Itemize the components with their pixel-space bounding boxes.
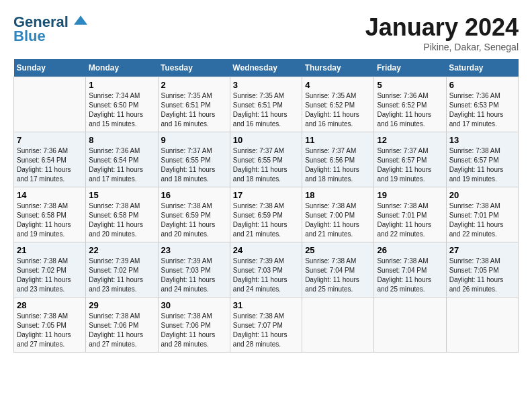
calendar-cell: 13Sunrise: 7:38 AMSunset: 6:57 PMDayligh…	[446, 132, 518, 187]
day-number: 9	[161, 135, 227, 145]
cell-info: Sunrise: 7:38 AMSunset: 7:05 PMDaylight:…	[17, 312, 83, 349]
cell-info: Sunrise: 7:39 AMSunset: 7:02 PMDaylight:…	[89, 257, 154, 294]
column-header-saturday: Saturday	[446, 59, 518, 77]
cell-info: Sunrise: 7:38 AMSunset: 7:04 PMDaylight:…	[305, 257, 371, 294]
svg-marker-0	[74, 15, 87, 24]
calendar-cell: 30Sunrise: 7:38 AMSunset: 7:06 PMDayligh…	[158, 298, 230, 353]
cell-info: Sunrise: 7:38 AMSunset: 6:57 PMDaylight:…	[449, 146, 515, 184]
day-number: 16	[161, 190, 227, 200]
location: Pikine, Dakar, Senegal	[365, 42, 519, 52]
calendar-cell: 11Sunrise: 7:37 AMSunset: 6:56 PMDayligh…	[302, 132, 374, 187]
calendar-cell: 2Sunrise: 7:35 AMSunset: 6:51 PMDaylight…	[158, 77, 230, 132]
cell-info: Sunrise: 7:37 AMSunset: 6:56 PMDaylight:…	[305, 146, 371, 184]
logo: General Blue	[13, 13, 87, 45]
column-header-thursday: Thursday	[302, 59, 374, 77]
calendar-cell: 7Sunrise: 7:36 AMSunset: 6:54 PMDaylight…	[14, 132, 86, 187]
day-number: 14	[17, 190, 83, 200]
calendar-cell: 27Sunrise: 7:38 AMSunset: 7:05 PMDayligh…	[446, 242, 518, 298]
title-section: January 2024 Pikine, Dakar, Senegal	[365, 13, 519, 52]
day-number: 29	[89, 300, 154, 310]
day-number: 13	[449, 135, 515, 145]
day-number: 3	[233, 80, 299, 90]
cell-info: Sunrise: 7:37 AMSunset: 6:55 PMDaylight:…	[233, 146, 299, 184]
calendar-cell: 17Sunrise: 7:38 AMSunset: 6:59 PMDayligh…	[230, 187, 302, 242]
cell-info: Sunrise: 7:39 AMSunset: 7:03 PMDaylight:…	[161, 257, 227, 294]
cell-info: Sunrise: 7:36 AMSunset: 6:52 PMDaylight:…	[377, 91, 443, 129]
cell-info: Sunrise: 7:38 AMSunset: 6:58 PMDaylight:…	[17, 201, 83, 239]
day-number: 2	[161, 80, 227, 90]
cell-info: Sunrise: 7:36 AMSunset: 6:54 PMDaylight:…	[17, 146, 83, 184]
day-number: 21	[17, 245, 83, 255]
calendar-cell: 28Sunrise: 7:38 AMSunset: 7:05 PMDayligh…	[14, 298, 86, 353]
calendar-cell: 3Sunrise: 7:35 AMSunset: 6:51 PMDaylight…	[230, 77, 302, 132]
calendar-cell	[14, 77, 86, 132]
calendar-cell: 5Sunrise: 7:36 AMSunset: 6:52 PMDaylight…	[374, 77, 446, 132]
day-number: 6	[449, 80, 515, 90]
day-number: 1	[89, 80, 154, 90]
day-number: 11	[305, 135, 371, 145]
cell-info: Sunrise: 7:39 AMSunset: 7:03 PMDaylight:…	[233, 257, 299, 294]
cell-info: Sunrise: 7:38 AMSunset: 7:05 PMDaylight:…	[449, 257, 515, 294]
week-row-3: 14Sunrise: 7:38 AMSunset: 6:58 PMDayligh…	[14, 187, 519, 242]
calendar-cell	[446, 298, 518, 353]
calendar-cell: 15Sunrise: 7:38 AMSunset: 6:58 PMDayligh…	[86, 187, 158, 242]
day-number: 10	[233, 135, 299, 145]
calendar-cell: 24Sunrise: 7:39 AMSunset: 7:03 PMDayligh…	[230, 242, 302, 298]
column-header-monday: Monday	[86, 59, 158, 77]
column-header-friday: Friday	[374, 59, 446, 77]
week-row-4: 21Sunrise: 7:38 AMSunset: 7:02 PMDayligh…	[14, 242, 519, 298]
day-number: 19	[377, 190, 443, 200]
cell-info: Sunrise: 7:38 AMSunset: 7:00 PMDaylight:…	[305, 201, 371, 239]
cell-info: Sunrise: 7:35 AMSunset: 6:51 PMDaylight:…	[161, 91, 227, 129]
day-number: 20	[449, 190, 515, 200]
calendar-cell: 8Sunrise: 7:36 AMSunset: 6:54 PMDaylight…	[86, 132, 158, 187]
day-number: 24	[233, 245, 299, 255]
cell-info: Sunrise: 7:37 AMSunset: 6:55 PMDaylight:…	[161, 146, 227, 184]
cell-info: Sunrise: 7:38 AMSunset: 7:02 PMDaylight:…	[17, 257, 83, 294]
cell-info: Sunrise: 7:35 AMSunset: 6:51 PMDaylight:…	[233, 91, 299, 129]
day-number: 23	[161, 245, 227, 255]
day-number: 7	[17, 135, 83, 145]
day-number: 26	[377, 245, 443, 255]
calendar-cell: 29Sunrise: 7:38 AMSunset: 7:06 PMDayligh…	[86, 298, 158, 353]
month-title: January 2024	[365, 13, 519, 42]
calendar-cell	[374, 298, 446, 353]
calendar-cell: 22Sunrise: 7:39 AMSunset: 7:02 PMDayligh…	[86, 242, 158, 298]
calendar-cell: 20Sunrise: 7:38 AMSunset: 7:01 PMDayligh…	[446, 187, 518, 242]
cell-info: Sunrise: 7:34 AMSunset: 6:50 PMDaylight:…	[89, 91, 154, 129]
cell-info: Sunrise: 7:38 AMSunset: 7:01 PMDaylight:…	[377, 201, 443, 239]
cell-info: Sunrise: 7:38 AMSunset: 7:04 PMDaylight:…	[377, 257, 443, 294]
calendar-cell: 26Sunrise: 7:38 AMSunset: 7:04 PMDayligh…	[374, 242, 446, 298]
day-number: 27	[449, 245, 515, 255]
calendar-cell: 6Sunrise: 7:36 AMSunset: 6:53 PMDaylight…	[446, 77, 518, 132]
calendar-cell: 1Sunrise: 7:34 AMSunset: 6:50 PMDaylight…	[86, 77, 158, 132]
cell-info: Sunrise: 7:36 AMSunset: 6:54 PMDaylight:…	[89, 146, 154, 184]
column-header-sunday: Sunday	[14, 59, 86, 77]
calendar-cell: 19Sunrise: 7:38 AMSunset: 7:01 PMDayligh…	[374, 187, 446, 242]
day-number: 30	[161, 300, 227, 310]
cell-info: Sunrise: 7:38 AMSunset: 7:06 PMDaylight:…	[161, 312, 227, 349]
column-header-tuesday: Tuesday	[158, 59, 230, 77]
calendar-cell: 14Sunrise: 7:38 AMSunset: 6:58 PMDayligh…	[14, 187, 86, 242]
day-number: 28	[17, 300, 83, 310]
cell-info: Sunrise: 7:38 AMSunset: 6:59 PMDaylight:…	[233, 201, 299, 239]
cell-info: Sunrise: 7:36 AMSunset: 6:53 PMDaylight:…	[449, 91, 515, 129]
day-number: 15	[89, 190, 154, 200]
calendar-cell: 10Sunrise: 7:37 AMSunset: 6:55 PMDayligh…	[230, 132, 302, 187]
day-number: 12	[377, 135, 443, 145]
day-number: 17	[233, 190, 299, 200]
calendar-header-row: SundayMondayTuesdayWednesdayThursdayFrid…	[14, 59, 519, 77]
calendar-cell: 25Sunrise: 7:38 AMSunset: 7:04 PMDayligh…	[302, 242, 374, 298]
day-number: 4	[305, 80, 371, 90]
calendar-cell: 23Sunrise: 7:39 AMSunset: 7:03 PMDayligh…	[158, 242, 230, 298]
calendar-table: SundayMondayTuesdayWednesdayThursdayFrid…	[13, 59, 519, 353]
header: General Blue January 2024 Pikine, Dakar,…	[13, 13, 519, 52]
cell-info: Sunrise: 7:37 AMSunset: 6:57 PMDaylight:…	[377, 146, 443, 184]
day-number: 5	[377, 80, 443, 90]
calendar-cell: 9Sunrise: 7:37 AMSunset: 6:55 PMDaylight…	[158, 132, 230, 187]
calendar-cell: 31Sunrise: 7:38 AMSunset: 7:07 PMDayligh…	[230, 298, 302, 353]
day-number: 31	[233, 300, 299, 310]
calendar-cell: 18Sunrise: 7:38 AMSunset: 7:00 PMDayligh…	[302, 187, 374, 242]
day-number: 22	[89, 245, 154, 255]
week-row-5: 28Sunrise: 7:38 AMSunset: 7:05 PMDayligh…	[14, 298, 519, 353]
